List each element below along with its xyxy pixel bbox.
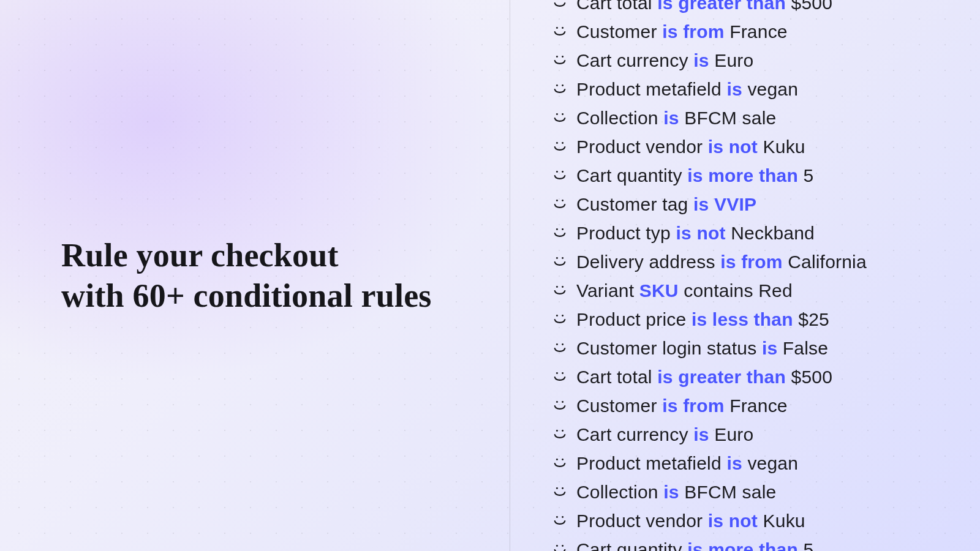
rule-subject: Product metafield [576, 453, 722, 473]
svg-point-15 [562, 200, 564, 201]
rule-subject: Customer [576, 21, 657, 42]
rule-operator: is [726, 453, 742, 473]
rule-operator: is [726, 79, 742, 99]
rule-text: Cart quantity is more than 5 [576, 536, 813, 551]
rule-value: vegan [747, 79, 798, 99]
rule-subject: Cart total [576, 367, 652, 387]
svg-point-16 [556, 228, 558, 230]
svg-point-22 [556, 315, 558, 317]
rule-operator: is from [720, 252, 782, 272]
rule-operator: is more than [687, 539, 798, 551]
rule-value: $500 [791, 367, 833, 387]
rule-subject: Collection [576, 108, 658, 128]
rule-operator: is [663, 482, 679, 502]
svg-point-26 [556, 372, 558, 374]
rule-operator: is from [662, 21, 724, 42]
svg-point-24 [556, 343, 558, 345]
rule-text: Cart currency is Euro [576, 47, 753, 75]
smile-icon [553, 83, 567, 96]
smile-icon [553, 543, 567, 551]
svg-point-28 [556, 401, 558, 403]
rule-text: Cart total is greater than $500 [576, 0, 832, 17]
rule-value: contains Red [684, 280, 793, 301]
rule-item: Delivery address is from California [553, 248, 867, 276]
rule-operator: is not [708, 511, 758, 531]
smile-icon [553, 169, 567, 182]
svg-point-3 [562, 27, 564, 29]
svg-point-5 [562, 56, 564, 58]
rule-item: Product price is less than $25 [553, 305, 867, 334]
svg-point-38 [556, 545, 558, 547]
rule-operator: SKU [639, 280, 679, 301]
rule-item: Product metafield is vegan [553, 75, 867, 103]
rule-value: BFCM sale [684, 482, 776, 502]
rule-value: California [788, 252, 867, 272]
rules-list: Cart total is greater than $500Customer … [553, 0, 867, 551]
svg-point-10 [556, 142, 558, 144]
rule-subject: Customer login status [576, 338, 756, 358]
svg-point-37 [562, 516, 564, 518]
rule-item: Cart currency is Euro [553, 47, 867, 75]
rule-text: Customer tag is VVIP [576, 190, 756, 219]
rule-item: Cart quantity is more than 5 [553, 536, 867, 551]
rule-subject: Collection [576, 482, 658, 502]
svg-point-21 [562, 286, 564, 288]
svg-point-12 [556, 171, 558, 173]
svg-point-17 [562, 228, 564, 230]
rule-subject: Product vendor [576, 137, 703, 157]
rule-value: BFCM sale [684, 108, 776, 128]
rules-panel: Cart total is greater than $500Customer … [510, 0, 980, 551]
rule-subject: Product typ [576, 223, 671, 243]
svg-point-39 [562, 545, 564, 547]
smile-icon [553, 514, 567, 528]
rule-subject: Variant [576, 280, 634, 301]
smile-icon [553, 370, 567, 384]
rule-text: Product typ is not Neckband [576, 219, 815, 247]
svg-point-6 [556, 84, 558, 86]
svg-point-25 [562, 343, 564, 345]
rule-operator: is greater than [657, 0, 786, 13]
rule-operator: is not [708, 137, 758, 157]
rule-value: vegan [747, 453, 798, 473]
rule-value: France [729, 21, 788, 42]
svg-point-29 [562, 401, 564, 403]
smile-icon [553, 25, 567, 39]
rule-operator: is [693, 424, 709, 444]
smile-icon [553, 428, 567, 441]
svg-point-19 [562, 257, 564, 259]
rule-item: Product typ is not Neckband [553, 219, 867, 247]
rule-subject: Product vendor [576, 511, 703, 531]
svg-point-34 [556, 487, 558, 489]
rule-item: Product vendor is not Kuku [553, 507, 867, 535]
svg-point-18 [556, 257, 558, 259]
svg-point-30 [556, 430, 558, 432]
rule-item: Customer login status is False [553, 334, 867, 362]
rule-subject: Cart currency [576, 50, 688, 70]
rule-text: Customer is from France [576, 18, 788, 46]
rule-value: 5 [804, 539, 814, 551]
svg-point-23 [562, 315, 564, 317]
svg-point-11 [562, 142, 564, 144]
smile-icon [553, 111, 567, 125]
rule-text: Customer is from France [576, 392, 788, 420]
svg-point-9 [562, 113, 564, 115]
rule-subject: Cart total [576, 0, 652, 13]
svg-point-36 [556, 516, 558, 518]
svg-point-33 [562, 459, 564, 460]
svg-point-27 [562, 372, 564, 374]
svg-point-20 [556, 286, 558, 288]
smile-icon [553, 313, 567, 326]
rule-subject: Cart quantity [576, 165, 682, 186]
rule-value: Kuku [763, 511, 805, 531]
rule-operator: is from [662, 395, 724, 416]
rule-subject: Customer [576, 395, 657, 416]
rule-operator: is [762, 338, 777, 358]
rule-subject: Product metafield [576, 79, 722, 99]
rule-item: Cart quantity is more than 5 [553, 162, 867, 190]
smile-icon [553, 485, 567, 499]
rule-subject: Delivery address [576, 252, 715, 272]
headline-panel: Rule your checkout with 60+ conditional … [0, 0, 510, 551]
heading-line-1: Rule your checkout [61, 237, 339, 274]
rule-item: Cart total is greater than $500 [553, 0, 867, 17]
rule-text: Collection is BFCM sale [576, 104, 776, 132]
